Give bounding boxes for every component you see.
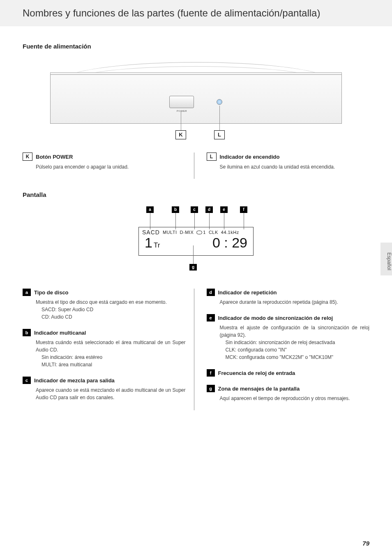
display-item-e: e Indicador de modo de sincronización de… xyxy=(207,314,370,361)
item-d-title: Indicador de repetición xyxy=(218,289,277,296)
callout-line-l xyxy=(219,106,220,130)
lcd-clk: CLK xyxy=(209,230,218,235)
display-item-g: g Zona de mensajes de la pantalla Aquí a… xyxy=(207,385,370,402)
power-tiny-label: POWER xyxy=(177,110,187,112)
lcd-line-g xyxy=(193,245,194,264)
item-c-title: Indicador de mezcla para salida xyxy=(34,377,115,384)
item-a-title: Tipo de disco xyxy=(34,289,69,296)
lcd-repeat-num: 1 xyxy=(203,230,206,235)
power-item-l-body: Se ilumina en azul cuando la unidad está… xyxy=(220,163,370,171)
badge-d: d xyxy=(207,289,215,296)
badge-k: K xyxy=(23,153,32,161)
callout-line-k xyxy=(181,111,181,130)
badge-l: L xyxy=(207,153,217,161)
item-d-body: Aparece durante la reproducción repetida… xyxy=(220,298,370,306)
display-item-c: c Indicador de mezcla para salida Aparec… xyxy=(23,377,186,401)
lcd-label-g: g xyxy=(189,264,197,271)
item-a-sub1: CD: Audio CD xyxy=(42,313,186,321)
power-item-k-body: Púlselo para encender o apagar la unidad… xyxy=(36,163,186,171)
lcd-dmix: D-MIX xyxy=(180,230,194,235)
callout-box-l: L xyxy=(214,130,225,139)
lcd-multi: MULTI xyxy=(163,230,177,235)
display-item-f: f Frecuencia de reloj de entrada xyxy=(207,369,370,377)
item-e-text: Muestra el ajuste de configuración de la… xyxy=(220,325,370,338)
lcd-label-b: b xyxy=(172,206,179,213)
item-e-sub1: CLK: configurada como "IN" xyxy=(226,346,370,354)
lcd-time: 0 : 29 xyxy=(212,235,247,251)
page-number: 79 xyxy=(362,540,369,547)
lcd-row-main: 1Tr 0 : 29 xyxy=(142,235,250,251)
item-b-sub1: MULTI: área multicanal xyxy=(42,361,186,368)
item-b-text: Muestra cuándo está seleccionado el área… xyxy=(36,340,186,353)
item-f-title: Frecuencia de reloj de entrada xyxy=(218,370,295,376)
display-items-row: a Tipo de disco Muestra el tipo de disco… xyxy=(23,289,369,410)
power-items-row: K Botón POWER Púlselo para encender o ap… xyxy=(23,153,369,179)
lcd-tr-label: Tr xyxy=(154,241,160,249)
display-item-d: d Indicador de repetición Aparece durant… xyxy=(207,289,370,306)
lcd-figure: a b c d e f SACD MULTI D-MIX 1 CLK 44.1k… xyxy=(132,206,260,276)
badge-f: f xyxy=(207,369,215,377)
item-e-sub2: MCK: configurada como "MCK22M" o "MCK10M… xyxy=(226,354,370,361)
page-title: Nombres y funciones de las partes (fuent… xyxy=(23,7,376,19)
page-content: Fuente de alimentación POWER K L K Botón… xyxy=(0,26,392,423)
display-item-a: a Tipo de disco Muestra el tipo de disco… xyxy=(23,289,186,321)
power-item-l-title: Indicador de encendido xyxy=(220,154,280,160)
item-a-body: Muestra el tipo de disco que está cargad… xyxy=(36,298,186,321)
power-led-graphic xyxy=(217,99,222,105)
lcd-track-group: 1Tr xyxy=(145,235,160,251)
power-item-k-title: Botón POWER xyxy=(36,154,73,160)
badge-b: b xyxy=(23,329,31,336)
language-side-tab: Español xyxy=(380,243,392,275)
item-b-title: Indicador multicanal xyxy=(34,330,86,336)
callout-box-k: K xyxy=(175,130,186,139)
power-item-k: K Botón POWER Púlselo para encender o ap… xyxy=(23,153,186,171)
item-g-title: Zona de mensajes de la pantalla xyxy=(218,386,300,392)
power-button-graphic xyxy=(169,96,194,108)
item-a-sub0: SACD: Super Audio CD xyxy=(42,306,186,313)
display-section-title: Pantalla xyxy=(23,191,369,198)
page-header: Nombres y funciones de las partes (fuent… xyxy=(0,0,392,26)
device-figure: POWER K L xyxy=(42,58,350,144)
badge-a: a xyxy=(23,289,31,296)
power-section-title: Fuente de alimentación xyxy=(23,43,369,50)
item-e-body: Muestra el ajuste de configuración de la… xyxy=(220,324,370,361)
badge-g: g xyxy=(207,385,215,392)
badge-c: c xyxy=(23,377,31,384)
item-b-body: Muestra cuándo está seleccionado el área… xyxy=(36,339,186,368)
power-col-right: L Indicador de encendido Se ilumina en a… xyxy=(194,153,370,179)
lcd-label-a: a xyxy=(146,206,154,213)
item-e-sub0: Sin indicación: sincronización de reloj … xyxy=(226,339,370,346)
lcd-label-d: d xyxy=(205,206,213,213)
badge-e: e xyxy=(207,314,215,321)
item-g-body: Aquí aparecen el tiempo de reproducción … xyxy=(220,395,370,402)
item-e-title: Indicador de modo de sincronización de r… xyxy=(218,315,333,321)
item-b-sub0: Sin indicación: área estéreo xyxy=(42,354,186,361)
item-c-body: Aparece cuando se está mezclando el audi… xyxy=(36,386,186,401)
lcd-track-num: 1 xyxy=(145,235,152,250)
lcd-panel: SACD MULTI D-MIX 1 CLK 44.1kHz 1Tr 0 : 2… xyxy=(138,227,254,256)
power-col-left: K Botón POWER Púlselo para encender o ap… xyxy=(23,153,194,179)
display-item-b: b Indicador multicanal Muestra cuándo es… xyxy=(23,329,186,368)
display-col-left: a Tipo de disco Muestra el tipo de disco… xyxy=(23,289,194,410)
power-item-l: L Indicador de encendido Se ilumina en a… xyxy=(207,153,370,171)
lcd-label-f: f xyxy=(240,206,247,213)
item-a-text: Muestra el tipo de disco que está cargad… xyxy=(36,299,167,305)
repeat-icon xyxy=(196,231,202,234)
lcd-label-e: e xyxy=(220,206,228,213)
lcd-label-c: c xyxy=(191,206,198,213)
display-col-right: d Indicador de repetición Aparece durant… xyxy=(194,289,370,410)
device-chassis xyxy=(50,74,342,124)
lcd-freq: 44.1kHz xyxy=(221,230,239,235)
